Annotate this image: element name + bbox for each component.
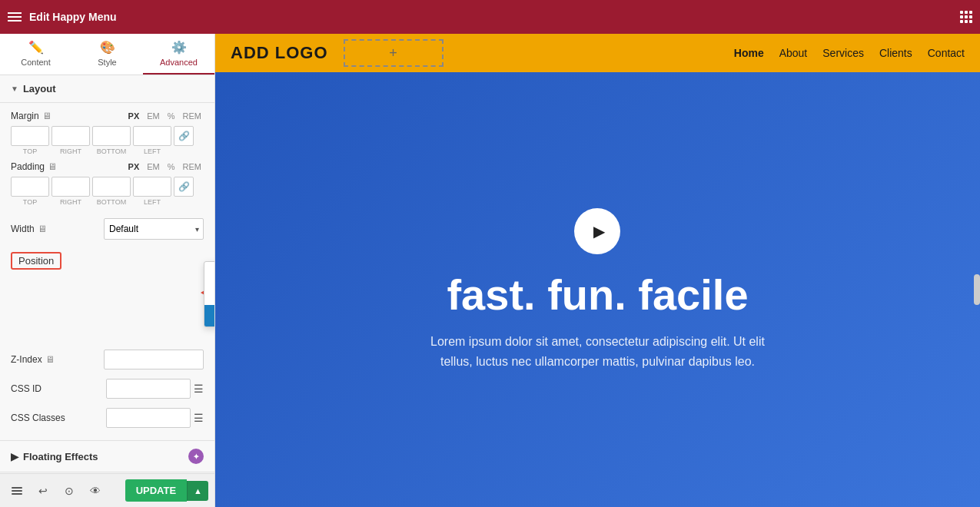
margin-unit-em[interactable]: EM xyxy=(145,111,162,121)
padding-bottom-input[interactable] xyxy=(92,177,131,197)
nav-link-home[interactable]: Home xyxy=(734,47,764,59)
margin-unit-tabs: PX EM % REM xyxy=(126,111,204,121)
zindex-monitor-icon: 🖥 xyxy=(45,354,55,365)
floating-effects-label: Floating Effects xyxy=(23,451,98,462)
tab-content[interactable]: ✏️ Content xyxy=(0,34,71,75)
width-monitor-icon: 🖥 xyxy=(38,224,47,234)
margin-left-label: LEFT xyxy=(133,147,171,155)
svg-rect-1 xyxy=(12,490,22,492)
margin-label: Margin 🖥 xyxy=(11,111,51,121)
position-dropdown-menu: ✓ Default ✓ Absolute Fixed xyxy=(204,261,215,327)
cssclasses-input[interactable] xyxy=(106,408,191,428)
nav-plus-box[interactable]: + xyxy=(344,39,443,67)
padding-unit-em[interactable]: EM xyxy=(145,161,162,172)
cssclasses-label-text: CSS Classes xyxy=(11,413,65,423)
layers-icon[interactable] xyxy=(6,480,28,502)
undo-icon[interactable]: ↩ xyxy=(32,480,54,502)
padding-top-label: TOP xyxy=(11,198,49,206)
padding-labels: TOP RIGHT BOTTOM LEFT xyxy=(11,198,204,206)
style-tab-icon: 🎨 xyxy=(100,40,115,55)
layout-arrow-icon: ▼ xyxy=(11,84,18,93)
layout-section-header[interactable]: ▼ Layout xyxy=(0,75,214,103)
nav-links: Home About Services Clients Contact xyxy=(734,47,965,59)
width-select-wrapper: Default Full Width Inline Custom xyxy=(104,218,204,240)
hero-section: ▶ fast. fun. facile Lorem ipsum dolor si… xyxy=(215,72,980,507)
margin-label-text: Margin xyxy=(11,111,39,121)
floating-arrow-icon: ▶ xyxy=(11,451,18,462)
cssid-label: CSS ID xyxy=(11,383,42,394)
history-icon[interactable]: ⊙ xyxy=(58,480,80,502)
margin-row: Margin 🖥 PX EM % REM xyxy=(11,111,204,121)
padding-link-btn[interactable]: 🔗 xyxy=(174,177,194,197)
left-panel: ✏️ Content 🎨 Style ⚙️ Advanced ▼ Layout … xyxy=(0,34,215,507)
margin-labels: TOP RIGHT BOTTOM LEFT xyxy=(11,147,204,155)
padding-unit-pct[interactable]: % xyxy=(165,161,178,172)
padding-monitor-icon: 🖥 xyxy=(48,161,57,172)
nav-link-contact[interactable]: Contact xyxy=(928,47,965,59)
padding-unit-rem[interactable]: REM xyxy=(181,161,204,172)
width-row: Width 🖥 Default Full Width Inline Custom xyxy=(11,212,204,246)
update-caret-button[interactable]: ▲ xyxy=(187,481,208,501)
top-bar-left: Edit Happy Menu xyxy=(8,11,117,23)
margin-unit-rem[interactable]: REM xyxy=(181,111,204,121)
floating-effects-left: ▶ Floating Effects xyxy=(11,451,98,462)
floating-effects-section[interactable]: ▶ Floating Effects ✦ xyxy=(0,441,214,472)
hero-body-text: Lorem ipsum dolor sit amet, consectetur … xyxy=(430,332,765,371)
cssclasses-input-group: ☰ xyxy=(106,408,204,428)
padding-unit-px[interactable]: PX xyxy=(126,161,142,172)
content-tab-icon: ✏️ xyxy=(28,40,44,55)
top-bar: Edit Happy Menu xyxy=(0,0,980,34)
padding-label-text: Padding xyxy=(11,161,45,172)
margin-bottom-label: BOTTOM xyxy=(92,147,131,155)
margin-right-input[interactable] xyxy=(51,126,90,146)
hamburger-icon[interactable] xyxy=(8,12,22,22)
tab-advanced[interactable]: ⚙️ Advanced xyxy=(143,34,214,75)
padding-right-label: RIGHT xyxy=(51,198,90,206)
tab-bar: ✏️ Content 🎨 Style ⚙️ Advanced xyxy=(0,34,214,75)
margin-unit-pct[interactable]: % xyxy=(165,111,178,121)
hero-content: ▶ fast. fun. facile Lorem ipsum dolor si… xyxy=(415,193,780,386)
margin-monitor-icon: 🖥 xyxy=(42,111,51,121)
grid-icon[interactable] xyxy=(960,11,972,23)
margin-link-btn[interactable]: 🔗 xyxy=(174,126,194,146)
margin-unit-px[interactable]: PX xyxy=(126,111,142,121)
margin-top-input[interactable] xyxy=(11,126,49,146)
zindex-label-text: Z-Index xyxy=(11,354,42,365)
cssid-row: CSS ID ☰ xyxy=(11,374,204,403)
site-logo: ADD LOGO xyxy=(231,43,328,63)
eye-icon[interactable]: 👁 xyxy=(85,480,106,502)
width-select[interactable]: Default Full Width Inline Custom xyxy=(104,218,204,240)
margin-right-label: RIGHT xyxy=(51,147,90,155)
layout-section-label: Layout xyxy=(23,83,56,94)
cssclasses-row: CSS Classes ☰ xyxy=(11,403,204,432)
cssid-list-icon[interactable]: ☰ xyxy=(194,383,204,395)
nav-link-clients[interactable]: Clients xyxy=(879,47,912,59)
position-option-default[interactable]: ✓ Default xyxy=(204,262,215,283)
resize-handle[interactable] xyxy=(974,274,980,305)
position-label-text: Position xyxy=(11,252,61,270)
tab-content-label: Content xyxy=(21,58,51,67)
svg-rect-0 xyxy=(12,493,22,495)
width-label: Width 🖥 xyxy=(11,224,47,234)
cssclasses-list-icon[interactable]: ☰ xyxy=(194,412,204,424)
update-button[interactable]: UPDATE xyxy=(125,479,187,502)
padding-label: Padding 🖥 xyxy=(11,161,57,172)
position-option-absolute[interactable]: ✓ Absolute xyxy=(204,283,215,305)
margin-top-label: TOP xyxy=(11,147,49,155)
padding-top-input[interactable] xyxy=(11,177,49,197)
play-button[interactable]: ▶ xyxy=(574,208,620,254)
margin-bottom-input[interactable] xyxy=(92,126,131,146)
nav-link-services[interactable]: Services xyxy=(822,47,864,59)
padding-unit-tabs: PX EM % REM xyxy=(126,161,204,172)
nav-link-about[interactable]: About xyxy=(779,47,808,59)
tab-style[interactable]: 🎨 Style xyxy=(71,34,143,75)
cssid-input[interactable] xyxy=(106,379,191,399)
bottom-icons: ↩ ⊙ 👁 xyxy=(6,480,106,502)
padding-right-input[interactable] xyxy=(51,177,90,197)
padding-inputs: 🔗 xyxy=(11,177,204,197)
zindex-input[interactable] xyxy=(104,350,204,369)
padding-left-input[interactable] xyxy=(133,177,171,197)
margin-left-input[interactable] xyxy=(133,126,171,146)
position-option-fixed[interactable]: Fixed xyxy=(204,305,215,326)
site-navbar: ADD LOGO + Home About Services Clients C… xyxy=(215,34,980,72)
